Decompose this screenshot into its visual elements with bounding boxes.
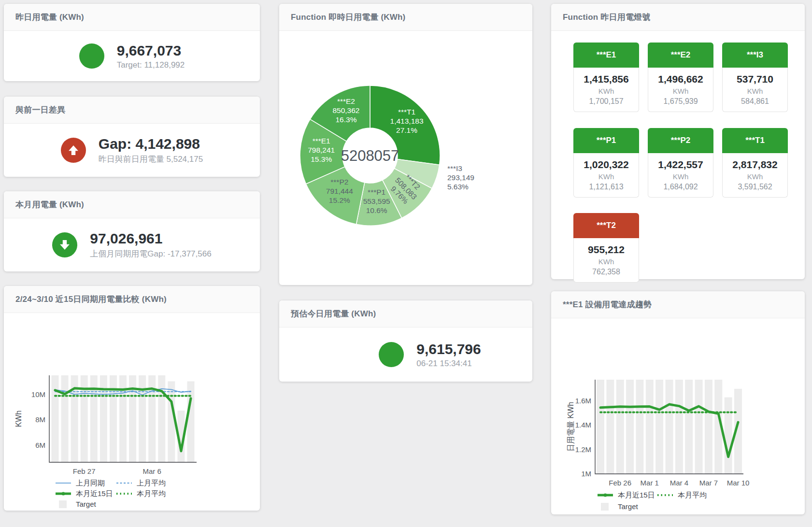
device-tile-unit: KWh bbox=[649, 87, 712, 95]
stat-subtitle: Target: 11,128,992 bbox=[117, 60, 185, 70]
panel-header: 預估今日用電量 (KWh) bbox=[279, 300, 532, 328]
target-bar bbox=[685, 380, 693, 474]
stat-value: Gap: 4,142,898 bbox=[99, 136, 203, 152]
panel-title: 與前一日差異 bbox=[15, 104, 65, 115]
device-tile-unit: KWh bbox=[575, 172, 638, 181]
target-bar bbox=[675, 380, 683, 474]
device-tile-unit: KWh bbox=[724, 87, 786, 95]
green-status-circle-icon bbox=[379, 342, 404, 367]
target-bar bbox=[646, 380, 654, 474]
x-tick-label: Mar 1 bbox=[641, 479, 659, 487]
panel-header: 與前一日差異 bbox=[4, 97, 260, 124]
panel-title: Function 即時日用電量 (KWh) bbox=[291, 12, 405, 23]
device-tile-body: 955,212KWh762,358 bbox=[573, 238, 639, 283]
legend-label[interactable]: Target bbox=[76, 500, 97, 508]
device-tile-value: 1,496,662 bbox=[649, 73, 712, 85]
device-tile-name: ***P2 bbox=[648, 128, 713, 153]
panel-header: ***E1 設備用電達成趨勢 bbox=[551, 291, 805, 318]
device-tile-target: 1,700,157 bbox=[575, 97, 638, 106]
device-tile-body: 1,020,322KWh1,121,613 bbox=[573, 153, 639, 198]
compare-usage-chart[interactable]: 6M8M10MFeb 27Mar 6KWh上月同期上月平均本月近15日本月平均T… bbox=[4, 313, 260, 511]
target-bar bbox=[187, 381, 195, 462]
target-bar bbox=[61, 375, 69, 462]
x-tick-label: Mar 6 bbox=[143, 467, 161, 475]
y-tick-label: 8M bbox=[35, 415, 45, 424]
target-bar bbox=[636, 380, 643, 474]
legend-swatch-target[interactable] bbox=[59, 500, 67, 508]
legend-swatch-dot bbox=[604, 494, 607, 497]
device-tile-body: 1,415,856KWh1,700,157 bbox=[573, 68, 639, 112]
x-tick-label: Feb 26 bbox=[609, 479, 631, 487]
legend-swatch-target[interactable] bbox=[601, 503, 609, 511]
device-tile-target: 3,591,562 bbox=[724, 183, 786, 191]
panel-title: Function 昨日用電燈號 bbox=[563, 12, 650, 23]
device-tile-name: ***E1 bbox=[573, 43, 639, 68]
panel-yesterday-status-lights: Function 昨日用電燈號 ***E11,415,856KWh1,700,1… bbox=[551, 4, 805, 279]
panel-month-usage: 本月用電量 (KWh) 97,026,961 上個月同期用電Gap: -17,3… bbox=[4, 191, 260, 271]
device-tile-value: 1,415,856 bbox=[575, 73, 638, 85]
panel-title: 預估今日用電量 (KWh) bbox=[291, 308, 376, 319]
target-bar bbox=[597, 380, 604, 474]
device-tile-E1: ***E11,415,856KWh1,700,157 bbox=[573, 43, 639, 120]
legend-label[interactable]: 本月近15日 bbox=[618, 491, 655, 499]
device-tile-body: 2,817,832KWh3,591,562 bbox=[722, 153, 788, 198]
legend-swatch-dot bbox=[62, 492, 65, 496]
y-tick-label: 1M bbox=[581, 470, 591, 478]
device-tile-body: 1,422,557KWh1,684,092 bbox=[648, 153, 713, 198]
device-tile-value: 1,422,557 bbox=[649, 159, 712, 171]
donut-slice-label: ***I3293,1495.63% bbox=[447, 164, 474, 191]
legend-label[interactable]: Target bbox=[618, 502, 639, 511]
x-tick-label: Mar 7 bbox=[699, 479, 718, 487]
device-tile-name: ***T1 bbox=[722, 128, 788, 153]
device-tile-P1: ***P11,020,322KWh1,121,613 bbox=[573, 128, 639, 206]
stat-subtitle: 上個月同期用電Gap: -17,377,566 bbox=[90, 248, 211, 259]
legend-label[interactable]: 本月平均 bbox=[137, 489, 166, 498]
y-tick-label: 1.4M bbox=[575, 421, 591, 429]
stat-value: 9,667,073 bbox=[117, 43, 185, 58]
target-bar bbox=[666, 380, 673, 474]
device-tile-T1: ***T12,817,832KWh3,591,562 bbox=[722, 128, 788, 206]
device-tile-target: 584,861 bbox=[724, 97, 786, 106]
legend-label[interactable]: 上月同期 bbox=[76, 479, 105, 487]
panel-prev-day-gap: 與前一日差異 Gap: 4,142,898 昨日與前日用電量 5,524,175 bbox=[4, 97, 260, 177]
arrow-up-icon bbox=[61, 138, 86, 163]
device-tile-body: 1,496,662KWh1,675,939 bbox=[648, 68, 713, 112]
legend-label[interactable]: 本月近15日 bbox=[76, 489, 113, 498]
y-tick-label: 6M bbox=[35, 441, 45, 449]
panel-e1-trend-chart: ***E1 設備用電達成趨勢 1M1.2M1.4M1.6MFeb 26Mar 1… bbox=[551, 291, 805, 514]
x-tick-label: Mar 4 bbox=[670, 479, 688, 487]
target-bar bbox=[626, 380, 634, 474]
stat-value: 97,026,961 bbox=[90, 230, 211, 246]
device-tile-name: ***P1 bbox=[573, 128, 639, 153]
device-tile-value: 955,212 bbox=[575, 244, 638, 256]
device-tile-unit: KWh bbox=[575, 257, 638, 266]
device-tile-P2: ***P21,422,557KWh1,684,092 bbox=[648, 128, 713, 206]
target-bar bbox=[168, 381, 175, 462]
target-bar bbox=[52, 375, 59, 462]
function-usage-donut-chart[interactable]: ***T11,413,18327.1%***I3293,1495.63%***T… bbox=[279, 31, 532, 282]
arrow-down-icon bbox=[52, 232, 77, 257]
device-tile-value: 1,020,322 bbox=[575, 159, 638, 171]
e1-trend-chart[interactable]: 1M1.2M1.4M1.6MFeb 26Mar 1Mar 4Mar 7Mar 1… bbox=[551, 318, 805, 514]
device-tile-name: ***E2 bbox=[648, 43, 713, 68]
panel-yesterday-usage: 昨日用電量 (KWh) 9,667,073 Target: 11,128,992 bbox=[4, 4, 260, 81]
green-status-circle-icon bbox=[79, 43, 104, 69]
target-bar bbox=[616, 380, 624, 474]
device-tile-grid: ***E11,415,856KWh1,700,157***E21,496,662… bbox=[551, 31, 805, 291]
panel-header: 本月用電量 (KWh) bbox=[4, 191, 260, 218]
stat-subtitle: 昨日與前日用電量 5,524,175 bbox=[99, 154, 203, 165]
device-tile-I3: ***I3537,710KWh584,861 bbox=[722, 43, 788, 120]
y-axis-label: 日用電量 KWh bbox=[567, 402, 575, 452]
panel-title: 2/24~3/10 近15日同期用電量比較 (KWh) bbox=[15, 294, 167, 305]
y-tick-label: 10M bbox=[31, 390, 45, 399]
legend-label[interactable]: 上月平均 bbox=[137, 479, 166, 487]
y-axis-label: KWh bbox=[14, 411, 23, 427]
panel-title: 昨日用電量 (KWh) bbox=[15, 12, 84, 23]
legend-label[interactable]: 本月平均 bbox=[678, 491, 707, 499]
device-tile-name: ***I3 bbox=[722, 43, 788, 68]
panel-header: 昨日用電量 (KWh) bbox=[4, 4, 260, 31]
target-bar bbox=[606, 380, 614, 474]
device-tile-T2: ***T2955,212KWh762,358 bbox=[573, 213, 639, 291]
device-tile-target: 1,675,939 bbox=[649, 97, 712, 106]
device-tile-name: ***T2 bbox=[573, 213, 639, 238]
